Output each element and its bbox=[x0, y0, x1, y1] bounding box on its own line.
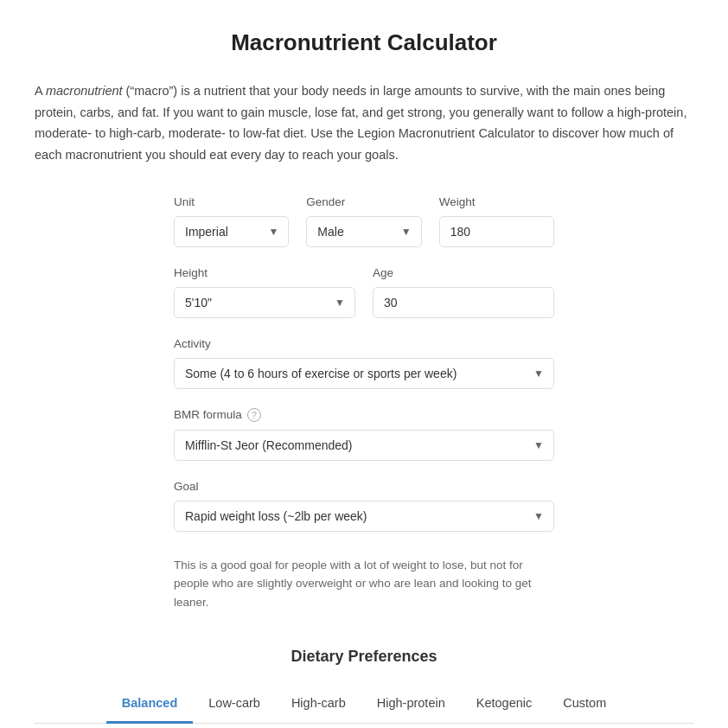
tab-high-protein[interactable]: High-protein bbox=[361, 686, 461, 725]
page-title: Macronutrient Calculator bbox=[35, 26, 693, 60]
age-input[interactable] bbox=[373, 287, 554, 318]
bmr-select-wrapper: Mifflin-St Jeor (Recommended) Harris-Ben… bbox=[174, 430, 554, 461]
unit-select-wrapper: Imperial Metric ▼ bbox=[174, 216, 289, 247]
weight-label: Weight bbox=[439, 194, 554, 211]
goal-select-wrapper: Rapid weight loss (~2lb per week) Weight… bbox=[174, 501, 554, 532]
activity-label: Activity bbox=[174, 335, 554, 353]
tab-high-carb[interactable]: High-carb bbox=[276, 686, 361, 725]
unit-select[interactable]: Imperial Metric bbox=[174, 216, 289, 247]
height-group: Height 4'10" 4'11" 5'0" 5'1" 5'2" 5'3" 5… bbox=[174, 265, 355, 318]
height-label: Height bbox=[174, 265, 355, 282]
height-select-wrapper: 4'10" 4'11" 5'0" 5'1" 5'2" 5'3" 5'4" 5'5… bbox=[174, 287, 355, 318]
tab-low-carb[interactable]: Low-carb bbox=[193, 686, 276, 725]
age-label: Age bbox=[373, 265, 554, 282]
calculator-form: Unit Imperial Metric ▼ Gender Male Femal… bbox=[35, 194, 693, 724]
description: A macronutrient (“macro”) is a nutrient … bbox=[35, 80, 693, 166]
bmr-help-icon[interactable]: ? bbox=[247, 408, 261, 422]
tab-ketogenic[interactable]: Ketogenic bbox=[461, 686, 548, 725]
page-container: Macronutrient Calculator A macronutrient… bbox=[0, 0, 728, 728]
tab-balanced[interactable]: Balanced bbox=[106, 686, 193, 725]
tab-custom[interactable]: Custom bbox=[547, 686, 622, 725]
gender-label: Gender bbox=[306, 194, 421, 211]
gender-select[interactable]: Male Female bbox=[306, 216, 421, 247]
age-group: Age bbox=[373, 265, 554, 318]
activity-select[interactable]: Little/none (desk job and little formal … bbox=[174, 358, 554, 389]
activity-select-wrapper: Little/none (desk job and little formal … bbox=[174, 358, 554, 389]
row-height-age: Height 4'10" 4'11" 5'0" 5'1" 5'2" 5'3" 5… bbox=[174, 265, 554, 318]
gender-group: Gender Male Female ▼ bbox=[306, 194, 421, 247]
unit-group: Unit Imperial Metric ▼ bbox=[174, 194, 289, 247]
goal-description: This is a good goal for people with a lo… bbox=[174, 556, 554, 612]
goal-select[interactable]: Rapid weight loss (~2lb per week) Weight… bbox=[174, 501, 554, 532]
weight-group: Weight bbox=[439, 194, 554, 247]
weight-input[interactable] bbox=[439, 216, 554, 247]
goal-label: Goal bbox=[174, 478, 554, 495]
goal-row: Goal Rapid weight loss (~2lb per week) W… bbox=[174, 478, 554, 532]
gender-select-wrapper: Male Female ▼ bbox=[306, 216, 421, 247]
bmr-label: BMR formula ? bbox=[174, 406, 554, 424]
bmr-row: BMR formula ? Mifflin-St Jeor (Recommend… bbox=[174, 406, 554, 460]
height-select[interactable]: 4'10" 4'11" 5'0" 5'1" 5'2" 5'3" 5'4" 5'5… bbox=[174, 287, 355, 318]
activity-row: Activity Little/none (desk job and littl… bbox=[174, 335, 554, 389]
bmr-select[interactable]: Mifflin-St Jeor (Recommended) Harris-Ben… bbox=[174, 430, 554, 461]
row-unit-gender-weight: Unit Imperial Metric ▼ Gender Male Femal… bbox=[174, 194, 554, 247]
dietary-preferences-title: Dietary Preferences bbox=[35, 645, 693, 668]
unit-label: Unit bbox=[174, 194, 289, 211]
dietary-tabs: Balanced Low-carb High-carb High-protein… bbox=[35, 686, 693, 724]
dietary-preferences-section: Dietary Preferences Balanced Low-carb Hi… bbox=[35, 645, 693, 724]
